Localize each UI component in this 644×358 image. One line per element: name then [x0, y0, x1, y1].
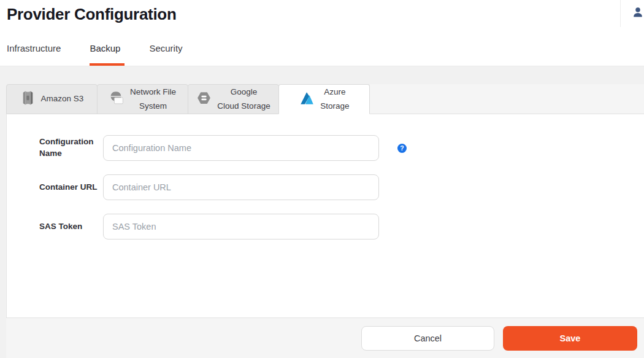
nav-tab-backup[interactable]: Backup	[90, 43, 121, 66]
container-url-input[interactable]	[103, 174, 379, 200]
azure-storage-form: Configuration Name ? Container URL SAS T…	[7, 114, 644, 239]
save-button[interactable]: Save	[503, 326, 637, 351]
active-tab-underline	[90, 63, 125, 66]
provider-tab-label: Azure Storage	[320, 85, 349, 113]
provider-form-panel: Configuration Name ? Container URL SAS T…	[6, 114, 644, 317]
user-icon[interactable]	[632, 7, 643, 18]
provider-tab-google-cloud-storage[interactable]: Google Cloud Storage	[188, 84, 279, 114]
form-row-container-url: Container URL	[39, 174, 644, 200]
form-footer: Cancel Save	[6, 317, 644, 358]
provider-tab-network-file-system[interactable]: Network File System	[97, 84, 188, 114]
sas-token-label: SAS Token	[39, 221, 98, 233]
container-url-label: Container URL	[39, 182, 98, 193]
provider-tab-label: Amazon S3	[41, 92, 84, 106]
nav-tab-label: Backup	[90, 43, 120, 53]
form-row-configuration-name: Configuration Name ?	[39, 135, 644, 161]
provider-tab-label: Network File System	[130, 85, 176, 113]
cancel-button[interactable]: Cancel	[361, 326, 494, 351]
page-title: Provider Configuration	[0, 0, 644, 24]
google-cloud-storage-icon	[196, 90, 212, 108]
page-header: Provider Configuration Infrastructure Ba…	[0, 0, 644, 66]
form-row-sas-token: SAS Token	[39, 214, 644, 239]
sas-token-input[interactable]	[103, 214, 379, 239]
provider-tab-azure-storage[interactable]: Azure Storage	[278, 84, 370, 114]
azure-storage-icon	[299, 90, 315, 109]
main-area: Amazon S3 Network File System	[0, 66, 644, 358]
provider-tabstrip: Amazon S3 Network File System	[6, 66, 644, 114]
configuration-name-input[interactable]	[103, 135, 379, 161]
nav-tab-label: Infrastructure	[7, 43, 61, 53]
configuration-name-label: Configuration Name	[39, 136, 98, 160]
nav-tab-infrastructure[interactable]: Infrastructure	[7, 43, 62, 66]
network-file-system-icon	[109, 90, 125, 108]
help-icon[interactable]: ?	[397, 144, 407, 153]
header-divider	[620, 0, 621, 27]
nav-tab-label: Security	[149, 43, 182, 53]
tabstrip-filler	[370, 84, 644, 114]
amazon-s3-icon	[20, 90, 36, 108]
provider-tab-label: Google Cloud Storage	[217, 85, 270, 113]
nav-tab-security[interactable]: Security	[149, 43, 183, 66]
provider-tab-amazon-s3[interactable]: Amazon S3	[6, 84, 98, 114]
nav-tabs: Infrastructure Backup Security	[7, 43, 184, 66]
